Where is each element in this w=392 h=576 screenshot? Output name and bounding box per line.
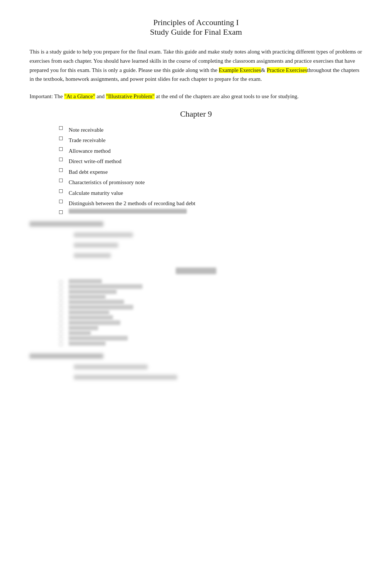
page-title-main: Principles of Accounting I	[30, 18, 362, 27]
bullet-icon	[59, 280, 63, 284]
bullet-icon	[59, 168, 63, 172]
bullet-icon	[59, 189, 63, 193]
important-suffix: at the end of the chapters are also grea…	[155, 93, 299, 99]
intro-paragraph: This is a study guide to help you prepar…	[30, 47, 362, 84]
list-item: Allowance method	[59, 146, 362, 156]
list-item-text: Calculate maturity value	[69, 188, 123, 199]
chapter9-list: Note receivable Trade receivable Allowan…	[30, 125, 362, 214]
list-item-text: Trade receivable	[69, 135, 106, 146]
chapter10-list-blurred	[30, 279, 362, 346]
list-item-text: Distinguish between the 2 methods of rec…	[69, 198, 195, 209]
title-block: Principles of Accounting I Study Guide f…	[30, 18, 362, 37]
bullet-icon	[59, 342, 63, 346]
list-item-text: Bad debt expense	[69, 167, 108, 177]
bullet-icon	[59, 296, 63, 300]
blurred-list-item	[59, 305, 362, 310]
bullet-icon	[59, 286, 63, 289]
chapter10-heading-blurred	[30, 268, 362, 276]
bullet-icon	[59, 306, 63, 310]
bullet-icon	[59, 332, 63, 336]
blurred-list-item	[59, 320, 362, 325]
highlight-example-exercises: Example Exercises	[219, 67, 261, 73]
blurred-section-2	[30, 353, 362, 383]
bullet-icon	[59, 147, 63, 151]
blurred-list-item	[59, 294, 362, 300]
list-item-text: Note receivable	[69, 125, 104, 135]
bullet-icon	[59, 137, 63, 140]
bullet-icon	[59, 210, 63, 214]
list-item	[59, 209, 362, 214]
list-item-text: Characteristics of promissory note	[69, 177, 145, 188]
bullet-icon	[59, 291, 63, 294]
highlight-practice-exercises: Practice Exercises	[267, 67, 307, 73]
blurred-list-item	[59, 336, 362, 341]
bullet-icon	[59, 126, 63, 130]
bullet-icon	[59, 200, 63, 203]
blurred-section-1	[30, 221, 362, 261]
list-item: Trade receivable	[59, 135, 362, 146]
blurred-list-item	[59, 279, 362, 284]
blurred-list-item	[59, 300, 362, 305]
bullet-icon	[59, 327, 63, 331]
blurred-list-item	[59, 315, 362, 320]
bullet-icon	[59, 337, 63, 341]
important-paragraph: Important: The "At a Glance" and "Illust…	[30, 92, 362, 101]
list-item-text: Direct write-off method	[69, 156, 121, 167]
important-and: and	[95, 93, 106, 99]
blurred-list-item	[59, 325, 362, 331]
bullet-icon	[59, 179, 63, 182]
bullet-icon	[59, 322, 63, 325]
list-item-blurred	[69, 209, 187, 214]
list-item: Calculate maturity value	[59, 188, 362, 199]
bullet-icon	[59, 317, 63, 320]
list-item: Characteristics of promissory note	[59, 177, 362, 188]
blurred-list-item	[59, 289, 362, 294]
blurred-list-item	[59, 310, 362, 315]
intro-ampersand: &	[261, 67, 265, 73]
highlight-illustrative-problem: "Illustrative Problem"	[106, 93, 155, 99]
chapter9-heading: Chapter 9	[30, 109, 362, 119]
list-item: Bad debt expense	[59, 167, 362, 177]
list-item: Note receivable	[59, 125, 362, 135]
page-container: Principles of Accounting I Study Guide f…	[30, 18, 362, 383]
bullet-icon	[59, 158, 63, 161]
blurred-list-item	[59, 284, 362, 289]
blurred-list-item	[59, 331, 362, 336]
blurred-list-item	[59, 341, 362, 346]
bullet-icon	[59, 301, 63, 305]
important-prefix: Important: The	[30, 93, 64, 99]
bullet-icon	[59, 311, 63, 315]
list-item: Direct write-off method	[59, 156, 362, 167]
page-title-sub: Study Guide for Final Exam	[30, 27, 362, 37]
list-item: Distinguish between the 2 methods of rec…	[59, 198, 362, 209]
highlight-at-a-glance: "At a Glance"	[64, 93, 95, 99]
list-item-text: Allowance method	[69, 146, 111, 156]
